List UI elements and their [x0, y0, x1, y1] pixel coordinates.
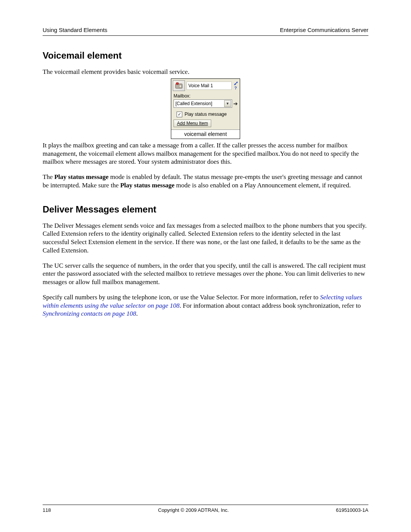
bold-play-status: Play status message — [54, 173, 109, 181]
exit-arrow-icon: ➔ — [232, 101, 239, 107]
chevron-down-icon[interactable]: ▼ — [224, 100, 231, 107]
text: . — [136, 310, 138, 317]
mailbox-label: Mailbox: — [171, 92, 240, 99]
doc-number: 619510003-1A — [336, 507, 368, 513]
voicemail-p2: It plays the mailbox greeting and can ta… — [43, 141, 368, 166]
figure-title-row: Voice Mail 1 ? — [171, 79, 240, 92]
footer: 118 Copyright © 2009 ADTRAN, Inc. 619510… — [43, 505, 368, 513]
deliver-p2: The UC server calls the sequence of numb… — [43, 262, 368, 286]
figure-caption: voicemail element — [171, 129, 240, 139]
copyright: Copyright © 2009 ADTRAN, Inc. — [158, 507, 229, 513]
phone-icon — [173, 80, 185, 91]
figure-title-input[interactable]: Voice Mail 1 — [186, 81, 232, 90]
header-left: Using Standard Elements — [43, 27, 107, 33]
deliver-p1: The Deliver Messages element sends voice… — [43, 222, 368, 255]
header-right: Enterprise Communications Server — [280, 27, 368, 33]
deliver-p3: Specify call numbers by using the teleph… — [43, 293, 368, 318]
text: The — [43, 173, 54, 181]
heading-deliver-messages-element: Deliver Messages element — [43, 204, 368, 215]
running-header: Using Standard Elements Enterprise Commu… — [43, 27, 368, 36]
play-status-checkbox[interactable]: ✓ — [177, 112, 182, 117]
heading-voicemail-element: Voicemail element — [43, 50, 368, 61]
mailbox-select-value: [Called Extension] — [175, 101, 212, 106]
text: Specify call numbers by using the teleph… — [43, 294, 320, 301]
play-status-label: Play status message — [185, 112, 227, 117]
voicemail-element-figure: Voice Mail 1 ? Mailbox: [Called Extensio… — [171, 78, 240, 139]
help-icon[interactable]: ? — [233, 86, 238, 90]
figure-container: Voice Mail 1 ? Mailbox: [Called Extensio… — [43, 78, 368, 139]
svg-rect-1 — [176, 83, 178, 85]
add-menu-item-button[interactable]: Add Menu Item — [174, 120, 211, 127]
link-sync-contacts[interactable]: Synchronizing contacts on page 108 — [43, 310, 136, 317]
mailbox-select[interactable]: [Called Extension] ▼ — [174, 99, 232, 108]
voicemail-p3: The Play status message mode is enabled … — [43, 173, 368, 190]
pin-icon[interactable] — [233, 81, 238, 85]
page-number: 118 — [43, 507, 51, 513]
text: . For information about contact address … — [180, 302, 361, 309]
svg-rect-2 — [179, 85, 182, 88]
text: mode is also enabled on a Play Announcem… — [175, 182, 351, 189]
voicemail-intro: The voicemail element provides basic voi… — [43, 68, 368, 76]
bold-play-status-2: Play status message — [120, 182, 175, 189]
